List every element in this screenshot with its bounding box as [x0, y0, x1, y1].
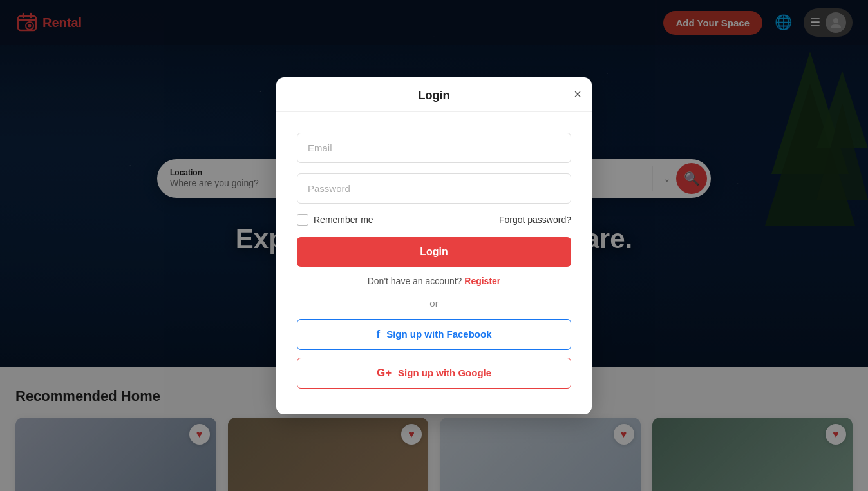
forgot-password-link[interactable]: Forgot password?	[499, 215, 571, 225]
modal-overlay[interactable]: Login × Remember me Forgot password? Log…	[0, 0, 868, 491]
modal-title: Login	[419, 89, 450, 102]
facebook-icon: f	[376, 328, 380, 341]
no-account-text: Don't have an account?	[368, 276, 462, 286]
form-options-row: Remember me Forgot password?	[297, 214, 571, 226]
email-input[interactable]	[297, 133, 571, 163]
facebook-button-label: Sign up with Facebook	[386, 329, 491, 340]
modal-header: Login ×	[276, 77, 592, 112]
or-divider: or	[297, 298, 571, 309]
google-signup-button[interactable]: G+ Sign up with Google	[297, 358, 571, 389]
login-button[interactable]: Login	[297, 237, 571, 267]
remember-me-label[interactable]: Remember me	[297, 214, 373, 226]
facebook-signup-button[interactable]: f Sign up with Facebook	[297, 319, 571, 350]
google-button-label: Sign up with Google	[398, 367, 491, 378]
modal-body: Remember me Forgot password? Login Don't…	[276, 112, 592, 414]
login-modal: Login × Remember me Forgot password? Log…	[276, 77, 592, 414]
modal-close-button[interactable]: ×	[574, 88, 581, 101]
register-row: Don't have an account? Register	[297, 276, 571, 286]
password-input[interactable]	[297, 173, 571, 204]
google-icon: G+	[377, 367, 392, 380]
register-label: Register	[464, 276, 500, 286]
remember-me-text: Remember me	[314, 215, 373, 225]
register-link[interactable]: Register	[464, 276, 500, 286]
remember-checkbox[interactable]	[297, 214, 308, 226]
